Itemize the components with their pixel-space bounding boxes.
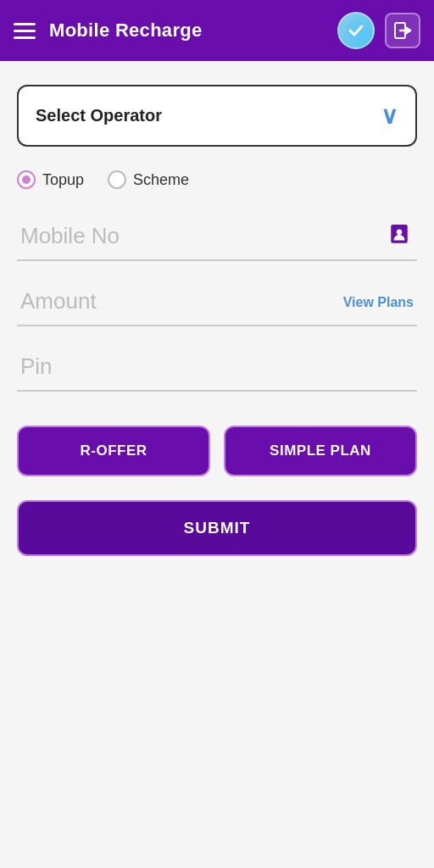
menu-icon[interactable] (14, 23, 36, 39)
topup-radio[interactable]: Topup (17, 170, 84, 189)
pin-field-group (17, 347, 417, 392)
pin-input[interactable] (17, 347, 417, 392)
mobile-no-input[interactable] (17, 216, 417, 261)
svg-point-4 (397, 229, 403, 235)
page-title: Mobile Recharge (49, 19, 337, 42)
action-buttons-row: R-OFFER SIMPLE PLAN (17, 426, 417, 476)
r-offer-button[interactable]: R-OFFER (17, 426, 210, 476)
content-area: Select Operator ∨ Topup Scheme View Plan… (0, 61, 434, 868)
scheme-radio-circle (108, 170, 126, 189)
contact-icon (388, 222, 410, 249)
view-plans-link[interactable]: View Plans (343, 295, 414, 310)
simple-plan-button[interactable]: SIMPLE PLAN (224, 426, 417, 476)
amount-field-group: View Plans (17, 281, 417, 326)
logout-button[interactable] (385, 13, 420, 48)
topup-radio-label: Topup (42, 171, 84, 189)
plan-type-radio-group: Topup Scheme (17, 170, 417, 189)
topup-radio-circle (17, 170, 36, 189)
operator-dropdown-label: Select Operator (36, 106, 162, 125)
scheme-radio-label: Scheme (133, 171, 189, 189)
header: Mobile Recharge (0, 0, 434, 61)
chevron-down-icon: ∨ (381, 102, 398, 130)
mobile-no-field-group (17, 216, 417, 261)
operator-dropdown[interactable]: Select Operator ∨ (17, 85, 417, 147)
check-button[interactable] (337, 12, 375, 49)
submit-button[interactable]: SUBMIT (17, 500, 417, 556)
scheme-radio[interactable]: Scheme (108, 170, 189, 189)
